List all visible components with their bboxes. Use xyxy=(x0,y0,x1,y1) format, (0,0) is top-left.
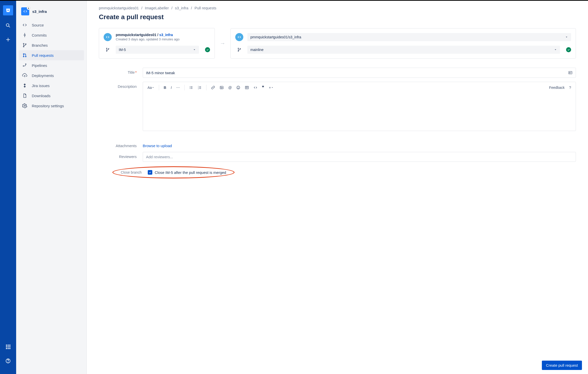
svg-point-16 xyxy=(24,35,25,36)
svg-point-28 xyxy=(106,51,107,51)
sidebar-item-label: Source xyxy=(32,23,44,27)
sidebar-item-settings[interactable]: Repository settings xyxy=(19,101,84,111)
sidebar-item-source[interactable]: Source xyxy=(19,20,84,30)
mention-button[interactable]: @ xyxy=(227,85,233,91)
link-button[interactable] xyxy=(210,85,217,91)
svg-rect-9 xyxy=(9,346,10,347)
destination-branch-select[interactable]: mainline xyxy=(247,46,560,54)
browse-upload-link[interactable]: Browse to upload xyxy=(143,144,172,148)
feedback-button[interactable]: Feedback xyxy=(548,85,566,91)
source-meta: Created 3 days ago, updated 3 minutes ag… xyxy=(116,37,180,41)
quote-button[interactable]: ❞ xyxy=(260,84,266,91)
emoji-button[interactable] xyxy=(235,85,242,91)
breadcrumb-item[interactable]: s3_infra xyxy=(175,6,188,10)
svg-point-23 xyxy=(23,56,24,57)
sidebar-item-commits[interactable]: Commits xyxy=(19,30,84,40)
svg-point-24 xyxy=(25,56,26,57)
editor-help-button[interactable]: ? xyxy=(568,85,573,91)
breadcrumb-item[interactable]: ImageLabeller xyxy=(145,6,169,10)
source-branch-card: pmmquickstartguides01 / s3_infra Created… xyxy=(99,28,215,59)
more-formatting-button[interactable]: ⋯ xyxy=(175,85,181,91)
repo-avatar-icon xyxy=(21,7,29,15)
create-pull-request-button[interactable]: Create pull request xyxy=(542,361,582,370)
annotation-highlight: Close branch Close IM-5 after the pull r… xyxy=(112,166,234,178)
sidebar-item-label: Deployments xyxy=(32,73,54,78)
arrow-right-icon: → xyxy=(220,40,225,47)
sidebar-item-jira[interactable]: Jira issues xyxy=(19,81,84,91)
source-branch-select[interactable]: IM-5 xyxy=(116,46,199,54)
chevron-down-icon xyxy=(565,36,568,39)
reviewers-label: Reviewers xyxy=(99,152,137,159)
close-branch-label: Close branch xyxy=(121,170,142,174)
help-icon[interactable] xyxy=(4,357,12,365)
sidebar-item-label: Repository settings xyxy=(32,104,64,108)
svg-point-32 xyxy=(240,48,241,49)
breadcrumb-item[interactable]: Pull requests xyxy=(194,6,216,10)
close-branch-checkbox[interactable] xyxy=(148,170,152,175)
repo-header[interactable]: s3_infra xyxy=(19,6,84,20)
svg-rect-15 xyxy=(28,8,29,9)
sidebar-item-label: Downloads xyxy=(32,94,50,98)
sidebar-item-label: Jira issues xyxy=(32,84,50,88)
bullet-list-button[interactable] xyxy=(188,85,195,91)
svg-point-50 xyxy=(221,87,222,88)
repo-sidebar: s3_infra Source Commits Branches Pull re… xyxy=(16,1,87,374)
italic-button[interactable]: I xyxy=(169,85,173,91)
source-repo-link[interactable]: s3_infra xyxy=(159,33,173,37)
lock-icon xyxy=(27,6,30,10)
success-icon xyxy=(566,47,571,52)
svg-point-26 xyxy=(24,105,25,106)
destination-repo-select[interactable]: pmmquickstartguides01/s3_infra xyxy=(247,33,571,41)
sidebar-item-pull-requests[interactable]: Pull requests xyxy=(19,50,84,60)
svg-point-27 xyxy=(106,48,107,49)
svg-point-22 xyxy=(23,54,24,54)
bold-button[interactable]: B xyxy=(162,85,168,91)
code-icon xyxy=(104,33,112,41)
editor-toolbar: Aa B I ⋯ 123 @ xyxy=(143,82,576,93)
svg-rect-41 xyxy=(191,87,192,88)
source-repo-label: pmmquickstartguides01 / s3_infra xyxy=(116,33,180,37)
apps-icon[interactable] xyxy=(4,343,12,351)
page-title: Create a pull request xyxy=(99,13,576,21)
chevron-down-icon xyxy=(193,48,196,51)
title-input[interactable]: IM-5 minor tweak xyxy=(143,68,576,78)
destination-branch-card: pmmquickstartguides01/s3_infra mainline xyxy=(230,28,576,59)
code-button[interactable] xyxy=(252,85,259,91)
close-branch-text: Close IM-5 after the pull request is mer… xyxy=(155,170,226,175)
main-content: pmmquickstartguides01/ ImageLabeller/ s3… xyxy=(87,1,588,374)
svg-point-53 xyxy=(239,87,239,87)
sidebar-item-label: Commits xyxy=(32,33,47,37)
sidebar-item-downloads[interactable]: Downloads xyxy=(19,91,84,101)
chevron-down-icon xyxy=(554,48,557,51)
bitbucket-logo-icon[interactable] xyxy=(3,5,13,15)
svg-rect-6 xyxy=(9,345,10,346)
svg-point-37 xyxy=(190,86,190,87)
description-textarea[interactable] xyxy=(143,93,576,131)
sidebar-item-pipelines[interactable]: Pipelines xyxy=(19,60,84,70)
breadcrumb-item[interactable]: pmmquickstartguides01 xyxy=(99,6,139,10)
svg-rect-5 xyxy=(8,345,9,346)
sidebar-item-deployments[interactable]: Deployments xyxy=(19,70,84,81)
attachments-label: Attachments xyxy=(99,141,137,148)
svg-point-39 xyxy=(190,88,190,89)
svg-rect-10 xyxy=(6,348,7,349)
svg-point-51 xyxy=(237,86,240,89)
svg-point-52 xyxy=(238,87,238,87)
image-button[interactable] xyxy=(218,85,225,91)
sidebar-item-label: Branches xyxy=(32,43,48,47)
text-styles-button[interactable]: Aa xyxy=(146,85,156,91)
breadcrumb: pmmquickstartguides01/ ImageLabeller/ s3… xyxy=(99,6,576,10)
svg-text:3: 3 xyxy=(198,88,199,89)
svg-rect-8 xyxy=(8,346,9,347)
numbered-list-button[interactable]: 123 xyxy=(196,85,203,91)
repo-name: s3_infra xyxy=(32,9,47,14)
reviewers-input[interactable]: Add reviewers... xyxy=(143,152,576,162)
sidebar-item-branches[interactable]: Branches xyxy=(19,40,84,50)
svg-rect-42 xyxy=(191,88,192,89)
search-icon[interactable] xyxy=(4,21,12,30)
svg-rect-33 xyxy=(569,71,572,74)
create-icon[interactable] xyxy=(4,36,12,44)
sidebar-item-label: Pull requests xyxy=(32,53,54,58)
insert-more-button[interactable]: + xyxy=(267,85,275,91)
table-button[interactable] xyxy=(243,85,250,91)
